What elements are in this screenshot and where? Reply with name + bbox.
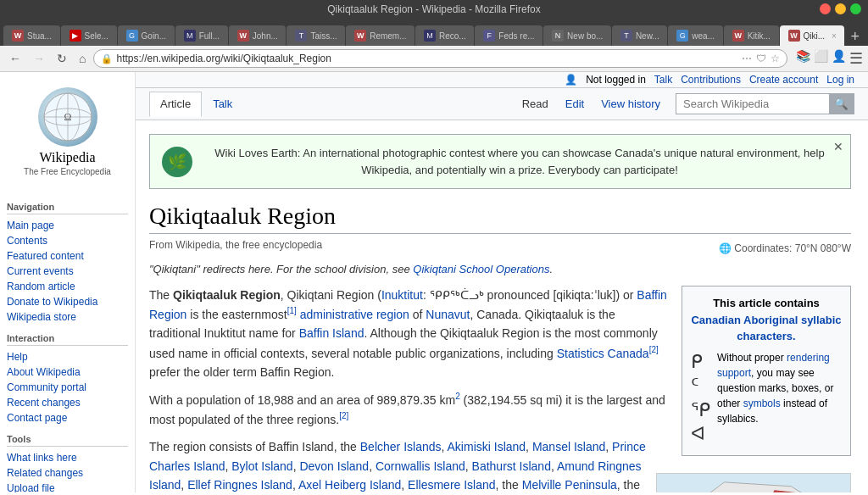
tab-article[interactable]: Article: [149, 92, 202, 117]
article-from-row: From Wikipedia, the free encyclopedia 🌐 …: [149, 239, 851, 258]
screenshot-icon[interactable]: ⬜: [814, 49, 828, 68]
link-melville-pen[interactable]: Melville Peninsula: [522, 478, 617, 492]
shield-icon: 🛡: [756, 53, 766, 64]
log-in-link[interactable]: Log in: [826, 74, 854, 86]
link-admin-region[interactable]: administrative region: [300, 308, 409, 321]
tab-label-9: Feds re...: [498, 31, 534, 41]
tab-icon-11: T: [620, 30, 632, 42]
link-belcher-islands[interactable]: Belcher Islands: [360, 440, 442, 453]
new-tab-button[interactable]: +: [845, 28, 865, 46]
sidebar-interaction-label: Interaction: [7, 333, 128, 346]
browser-tab-9[interactable]: F Feds re...: [475, 25, 542, 46]
link-nunavut-1[interactable]: Nunavut: [426, 308, 470, 321]
browser-tab-1[interactable]: W Stua...: [3, 25, 60, 46]
link-inuktitut[interactable]: Inuktitut: [381, 288, 423, 302]
svg-text:Ω: Ω: [64, 111, 71, 123]
article-content: 🌿 Wiki Loves Earth: An international pho…: [136, 120, 868, 492]
home-button[interactable]: ⌂: [75, 50, 90, 67]
link-devon[interactable]: Devon Island: [299, 459, 369, 473]
browser-tab-6[interactable]: T Taiss...: [287, 25, 345, 46]
search-input[interactable]: [676, 94, 829, 114]
close-window-btn[interactable]: [820, 3, 831, 14]
tab-close-btn-14[interactable]: ×: [832, 31, 837, 41]
sidebar-item-store[interactable]: Wikipedia store: [7, 309, 128, 325]
notice-text: Wiki Loves Earth: An international photo…: [201, 145, 838, 178]
browser-tab-3[interactable]: G Goin...: [118, 25, 175, 46]
redirect-link[interactable]: Qikiqtani School Operations: [413, 263, 549, 275]
tab-label-8: Reco...: [439, 31, 466, 41]
search-button[interactable]: 🔍: [829, 94, 854, 114]
browser-tab-4[interactable]: M Full...: [175, 25, 228, 46]
coordinates-text: Coordinates: 70°N 080°W: [734, 242, 851, 254]
link-baffin-island[interactable]: Baffin Island: [299, 326, 364, 340]
contributions-link[interactable]: Contributions: [681, 74, 741, 86]
sidebar-item-current-events[interactable]: Current events: [7, 264, 128, 279]
link-axel[interactable]: Axel Heiberg Island: [298, 478, 401, 492]
sidebar-item-contents[interactable]: Contents: [7, 233, 128, 248]
browser-tab-14[interactable]: W Qiki... ×: [780, 25, 845, 46]
sidebar-item-random-article[interactable]: Random article: [7, 279, 128, 294]
sidebar-item-what-links[interactable]: What links here: [7, 450, 128, 465]
browser-tab-11[interactable]: T New...: [612, 25, 667, 46]
rendering-support-link[interactable]: rendering support: [717, 352, 830, 379]
sidebar-item-upload-file[interactable]: Upload file: [7, 481, 128, 492]
bookmarks-icon[interactable]: 📚: [796, 49, 810, 68]
notice-icon: 🌿: [162, 147, 192, 177]
sidebar-item-recent-changes[interactable]: Recent changes: [7, 395, 128, 410]
reload-button[interactable]: ↻: [53, 50, 71, 67]
tab-talk[interactable]: Talk: [202, 92, 243, 116]
sidebar-item-contact[interactable]: Contact page: [7, 410, 128, 425]
view-tab-history[interactable]: View history: [593, 93, 669, 114]
view-tools: Read Edit View history 🔍: [514, 93, 854, 114]
browser-tab-8[interactable]: M Reco...: [415, 25, 474, 46]
link-cornwallis[interactable]: Cornwallis Island: [376, 459, 465, 473]
url-bar[interactable]: 🔒 https://en.wikipedia.org/wiki/Qikiqtaa…: [93, 49, 787, 68]
talk-link[interactable]: Talk: [654, 74, 672, 86]
back-button[interactable]: ←: [5, 50, 25, 67]
sidebar-item-related-changes[interactable]: Related changes: [7, 465, 128, 481]
browser-tab-13[interactable]: W Kitik...: [724, 25, 779, 46]
minimize-window-btn[interactable]: [835, 3, 846, 14]
title-bar: Qikiqtaaluk Region - Wikipedia - Mozilla…: [0, 0, 868, 19]
link-ellesmere[interactable]: Ellesmere Island: [408, 478, 496, 492]
view-tab-read[interactable]: Read: [514, 93, 557, 114]
browser-tab-10[interactable]: N New bo...: [543, 25, 611, 46]
menu-icon[interactable]: ☰: [849, 49, 863, 68]
infobox-link[interactable]: Canadian Aboriginal syllabic characters.: [691, 314, 841, 343]
lock-icon: 🔒: [101, 53, 113, 64]
coordinates-icon: 🌐: [719, 242, 732, 254]
link-akimiski[interactable]: Akimiski Island: [448, 440, 526, 453]
browser-tab-7[interactable]: W Remem...: [346, 25, 415, 46]
sidebar-item-main-page[interactable]: Main page: [7, 218, 128, 233]
create-account-link[interactable]: Create account: [749, 74, 818, 86]
browser-tab-2[interactable]: ▶ Sele...: [61, 25, 117, 46]
not-logged-in-icon: 👤: [565, 74, 577, 86]
search-box[interactable]: 🔍: [676, 93, 854, 114]
link-bathurst[interactable]: Bathurst Island: [472, 459, 551, 473]
link-ellef[interactable]: Ellef Ringnes Island: [187, 478, 292, 492]
sync-icon[interactable]: 👤: [832, 49, 846, 68]
browser-side-icons: 📚 ⬜ 👤 ☰: [796, 49, 863, 68]
window-controls[interactable]: [820, 3, 861, 14]
sidebar-item-donate[interactable]: Donate to Wikipedia: [7, 294, 128, 309]
article-coordinates: 🌐 Coordinates: 70°N 080°W: [719, 242, 851, 254]
link-statistics-canada[interactable]: Statistics Canada: [557, 346, 649, 359]
sidebar-navigation-label: Navigation: [7, 202, 128, 214]
notice-close-button[interactable]: ✕: [833, 140, 843, 153]
view-tab-edit[interactable]: Edit: [557, 93, 593, 114]
symbols-link[interactable]: symbols: [743, 398, 781, 409]
article-from-text: From Wikipedia, the free encyclopedia: [149, 239, 322, 251]
sidebar-item-featured-content[interactable]: Featured content: [7, 248, 128, 264]
sidebar-item-community-portal[interactable]: Community portal: [7, 380, 128, 395]
link-mansel[interactable]: Mansel Island: [532, 440, 605, 453]
browser-tab-12[interactable]: G wea...: [668, 25, 722, 46]
bookmark-icon[interactable]: ⋯: [742, 53, 752, 64]
forward-button[interactable]: →: [29, 50, 49, 67]
tab-icon-12: G: [676, 30, 688, 42]
link-bylot[interactable]: Bylot Island: [231, 459, 292, 473]
sidebar-item-help[interactable]: Help: [7, 349, 128, 364]
star-icon[interactable]: ☆: [771, 53, 780, 64]
sidebar-item-about[interactable]: About Wikipedia: [7, 364, 128, 380]
browser-tab-5[interactable]: W John...: [229, 25, 287, 46]
maximize-window-btn[interactable]: [850, 3, 861, 14]
